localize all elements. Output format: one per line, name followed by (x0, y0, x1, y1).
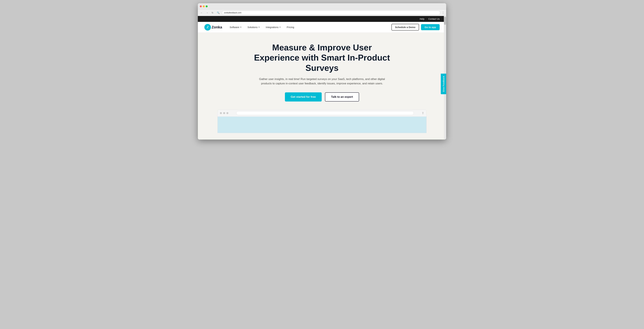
demo-address-bar (236, 111, 414, 115)
demo-share-icon: ⇧ (422, 111, 424, 115)
traffic-lights (200, 5, 208, 7)
demo-preview: ⇧ (204, 110, 440, 133)
logo-text: Zonka (212, 25, 222, 29)
demo-content-area (218, 117, 426, 133)
dropdown-caret-icon: ▼ (258, 26, 260, 28)
nav-item-software[interactable]: Software ▼ (228, 24, 244, 30)
nav-actions: Schedule a Demo Go to app (392, 24, 440, 30)
address-bar[interactable] (222, 10, 440, 15)
nav-links: Software ▼ Solutions ▼ Integrations ▼ Pr… (228, 24, 392, 30)
close-button[interactable] (200, 5, 202, 7)
back-button[interactable]: ← (200, 11, 204, 15)
dropdown-caret-icon: ▼ (240, 26, 242, 28)
hero-cta: Get started for free Talk to an expert (204, 92, 440, 101)
page-content: Help Contact Us Z Zonka Software ▼ Solut… (198, 16, 446, 140)
logo-icon: Z (204, 24, 211, 30)
dropdown-caret-icon: ▼ (279, 26, 281, 28)
hero-title: Measure & Improve User Experience with S… (248, 42, 396, 73)
scrollbar-thumb[interactable] (444, 17, 446, 25)
demo-dot-2 (223, 112, 225, 114)
browser-titlebar (198, 3, 446, 9)
main-nav: Z Zonka Software ▼ Solutions ▼ Integrati… (198, 22, 446, 33)
browser-menu-icon[interactable]: ⋮ (442, 11, 444, 14)
get-started-button[interactable]: Get started for free (285, 92, 322, 101)
contact-us-link[interactable]: Contact Us (428, 18, 440, 20)
nav-item-solutions[interactable]: Solutions ▼ (245, 24, 262, 30)
schedule-demo-button[interactable]: Schedule a Demo (392, 24, 419, 30)
help-link[interactable]: Help (420, 18, 424, 20)
demo-browser-bar: ⇧ (218, 110, 426, 117)
logo[interactable]: Z Zonka (204, 24, 222, 30)
hero-section: Measure & Improve User Experience with S… (198, 33, 446, 140)
hero-subtitle: Gather user insights, in real time! Run … (257, 77, 387, 86)
give-feedback-tab[interactable]: Give Feedback (441, 74, 446, 94)
minimize-button[interactable] (203, 5, 205, 7)
give-feedback-label[interactable]: Give Feedback (441, 74, 446, 94)
forward-button[interactable]: → (205, 11, 209, 15)
talk-to-expert-button[interactable]: Talk to an expert (325, 92, 359, 101)
demo-dot-1 (220, 112, 222, 114)
search-button[interactable]: 🔍 (216, 11, 220, 15)
refresh-button[interactable]: ↻ (210, 11, 214, 15)
demo-browser-frame: ⇧ (218, 110, 426, 133)
demo-dot-3 (226, 112, 228, 114)
browser-window: ← → ↻ 🔍 ⋮ Help Contact Us Z Zonka Softwa… (198, 3, 446, 140)
top-bar: Help Contact Us (198, 16, 446, 22)
nav-item-pricing[interactable]: Pricing (284, 24, 296, 30)
go-to-app-button[interactable]: Go to app (421, 24, 440, 30)
browser-toolbar: ← → ↻ 🔍 ⋮ (198, 9, 446, 16)
nav-item-integrations[interactable]: Integrations ▼ (264, 24, 283, 30)
maximize-button[interactable] (206, 5, 208, 7)
